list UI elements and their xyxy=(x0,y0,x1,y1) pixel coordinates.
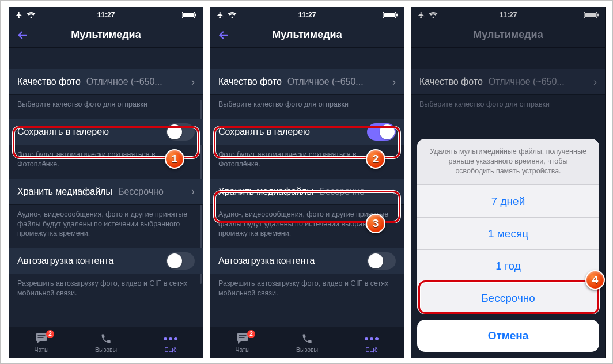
svg-point-11 xyxy=(375,337,379,340)
svg-point-9 xyxy=(365,337,368,340)
cell-label: Сохранять в галерею xyxy=(218,127,310,137)
cell-photo-quality[interactable]: Качество фото Отличное (~650... › xyxy=(210,69,404,95)
cell-footer: Разрешить автозагрузку фото, видео и GIF… xyxy=(210,274,404,302)
cell-value: Бессрочно xyxy=(118,187,188,197)
tab-label: Чаты xyxy=(35,346,49,353)
airplane-mode-icon xyxy=(216,11,224,19)
airplane-mode-icon xyxy=(15,11,23,19)
svg-rect-1 xyxy=(183,13,194,17)
more-icon xyxy=(163,332,178,345)
sheet-options-group: Удалять мультимедийные файлы, полученные… xyxy=(417,139,599,314)
cell-autoload-content[interactable]: Автозагрузка контента xyxy=(9,248,203,274)
svg-point-3 xyxy=(164,337,167,340)
tab-bar: 2 Чаты Вызовы Ещё xyxy=(9,327,203,358)
cell-label: Автозагрузка контента xyxy=(17,256,113,266)
tab-more[interactable]: Ещё xyxy=(339,327,404,358)
phone-icon xyxy=(301,332,313,345)
tab-label: Чаты xyxy=(236,346,250,353)
svg-rect-8 xyxy=(396,14,398,17)
wifi-icon xyxy=(228,12,237,18)
toggle-save-to-gallery[interactable] xyxy=(166,123,195,141)
cell-footer: Выберите качество фото для отправки xyxy=(9,95,203,113)
tab-chats[interactable]: 2 Чаты xyxy=(9,327,74,358)
tab-badge: 2 xyxy=(247,330,255,338)
cell-label: Сохранять в галерею xyxy=(17,127,109,137)
phone-screen-3: 11:27 Мультимедиа Качество фото Отличное… xyxy=(411,7,606,358)
status-bar: 11:27 xyxy=(210,7,404,22)
cell-label: Качество фото xyxy=(17,77,81,87)
cell-label: Хранить медиафайлы xyxy=(17,187,112,197)
toggle-autoload[interactable] xyxy=(367,252,396,270)
sheet-option-1-month[interactable]: 1 месяц xyxy=(417,217,599,249)
cell-label: Автозагрузка контента xyxy=(218,256,315,266)
toggle-autoload[interactable] xyxy=(166,252,195,270)
battery-icon xyxy=(182,12,197,18)
tab-bar: 2 Чаты Вызовы Ещё xyxy=(210,327,404,358)
back-icon[interactable] xyxy=(217,29,230,41)
cell-value: Отличное (~650... xyxy=(86,77,188,87)
chevron-right-icon: › xyxy=(392,185,396,198)
phone-screen-1: 11:27 Мультимедиа Качество фото Отличное… xyxy=(9,7,203,358)
svg-point-5 xyxy=(174,337,177,340)
tab-label: Вызовы xyxy=(296,346,318,353)
svg-rect-7 xyxy=(384,13,395,17)
status-time: 11:27 xyxy=(298,11,316,19)
sheet-option-unlimited[interactable]: Бессрочно xyxy=(417,282,599,314)
nav-header: Мультимедиа xyxy=(210,22,404,48)
phone-icon xyxy=(100,332,112,345)
cell-value: Бессрочно xyxy=(319,187,389,197)
cell-footer: Фото будут автоматически сохраняться в Ф… xyxy=(210,145,404,173)
sheet-message: Удалять мультимедийные файлы, полученные… xyxy=(417,139,599,185)
phone-screen-2: 11:27 Мультимедиа Качество фото Отличное… xyxy=(210,7,404,358)
chevron-right-icon: › xyxy=(191,185,195,198)
sheet-option-1-year[interactable]: 1 год xyxy=(417,249,599,282)
status-time: 11:27 xyxy=(97,11,115,19)
page-title: Мультимедиа xyxy=(9,29,203,41)
cell-value: Отличное (~650... xyxy=(287,77,389,87)
cell-footer: Аудио-, видеосообщения, фото и другие пр… xyxy=(9,205,203,242)
toggle-save-to-gallery[interactable] xyxy=(367,123,396,141)
chevron-right-icon: › xyxy=(191,76,195,88)
cell-save-to-gallery[interactable]: Сохранять в галерею xyxy=(9,119,203,145)
svg-point-4 xyxy=(169,337,172,340)
battery-icon xyxy=(383,12,398,18)
cell-save-to-gallery[interactable]: Сохранять в галерею xyxy=(210,119,404,145)
back-icon[interactable] xyxy=(16,29,29,41)
cell-photo-quality[interactable]: Качество фото Отличное (~650... › xyxy=(9,69,203,95)
action-sheet: Удалять мультимедийные файлы, полученные… xyxy=(417,139,599,352)
cell-autoload-content[interactable]: Автозагрузка контента xyxy=(210,248,404,274)
tab-calls[interactable]: Вызовы xyxy=(275,327,339,358)
settings-list: Качество фото Отличное (~650... › Выбери… xyxy=(210,48,404,327)
cell-store-media[interactable]: Хранить медиафайлы Бессрочно › xyxy=(9,179,203,205)
cell-label: Хранить медиафайлы xyxy=(218,187,313,197)
tab-more[interactable]: Ещё xyxy=(138,327,203,358)
page-title: Мультимедиа xyxy=(210,29,404,41)
chats-icon: 2 xyxy=(35,332,48,345)
tab-calls[interactable]: Вызовы xyxy=(74,327,138,358)
chats-icon: 2 xyxy=(236,332,249,345)
sheet-cancel-button[interactable]: Отмена xyxy=(417,320,599,352)
tab-label: Ещё xyxy=(365,346,377,353)
tab-label: Ещё xyxy=(164,346,176,353)
cell-store-media[interactable]: Хранить медиафайлы Бессрочно › xyxy=(210,179,404,205)
svg-point-10 xyxy=(370,337,373,340)
tab-badge: 2 xyxy=(46,330,54,338)
cell-footer: Выберите качество фото для отправки xyxy=(210,95,404,113)
cell-label: Качество фото xyxy=(218,77,282,87)
more-icon xyxy=(364,332,379,345)
tab-label: Вызовы xyxy=(95,346,117,353)
settings-list: Качество фото Отличное (~650... › Выбери… xyxy=(9,48,203,327)
cell-footer: Разрешить автозагрузку фото, видео и GIF… xyxy=(9,274,203,302)
svg-rect-2 xyxy=(195,14,196,17)
nav-header: Мультимедиа xyxy=(9,22,203,48)
status-bar: 11:27 xyxy=(9,7,203,22)
cell-footer: Аудио-, видеосообщения, фото и другие пр… xyxy=(210,205,404,242)
sheet-option-7-days[interactable]: 7 дней xyxy=(417,185,599,217)
cell-footer: Фото будут автоматически сохраняться в Ф… xyxy=(9,145,203,173)
wifi-icon xyxy=(27,12,36,18)
tab-chats[interactable]: 2 Чаты xyxy=(210,327,275,358)
chevron-right-icon: › xyxy=(392,76,396,88)
